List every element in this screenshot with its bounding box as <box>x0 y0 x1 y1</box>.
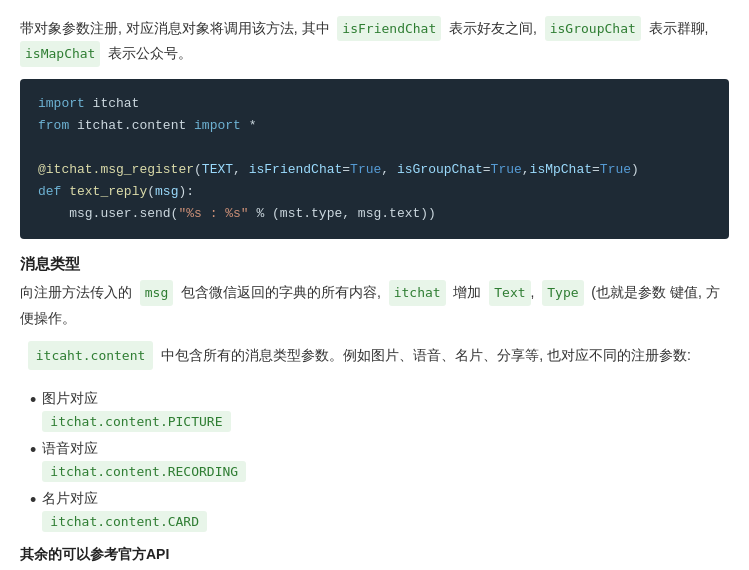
bullet-label-1: 图片对应 <box>42 390 230 408</box>
inline-code-isfriendchat: isFriendChat <box>337 16 441 41</box>
inline-code-ismapchat: isMapChat <box>20 41 100 66</box>
code-line-6: msg.user.send("%s : %s" % (mst.type, msg… <box>38 203 711 225</box>
bullet-dot-3: • <box>30 490 36 512</box>
content-block-code: itcaht.content <box>28 341 154 370</box>
section-desc3: 增加 <box>453 284 481 300</box>
bullet-dot-2: • <box>30 440 36 462</box>
inline-code-isgroupchat: isGroupChat <box>545 16 641 41</box>
list-item-card: • 名片对应 itchat.content.CARD <box>30 490 729 532</box>
intro-paragraph: 带对象参数注册, 对应消息对象将调用该方法, 其中 isFriendChat 表… <box>20 16 729 67</box>
bullet-content-2: 语音对应 itchat.content.RECORDING <box>42 440 246 482</box>
intro-text3: 表示群聊, <box>649 20 709 36</box>
section-desc: 向注册方法传入的 msg 包含微信返回的字典的所有内容, itchat 增加 T… <box>20 280 729 331</box>
section-desc1: 向注册方法传入的 <box>20 284 132 300</box>
bullet-label-3: 名片对应 <box>42 490 207 508</box>
intro-text4: 表示公众号。 <box>108 45 192 61</box>
code-line-5: def text_reply(msg): <box>38 181 711 203</box>
content-desc: itcaht.content 中包含所有的消息类型参数。例如图片、语音、名片、分… <box>20 341 729 380</box>
inline-code-itchat: itchat <box>389 280 446 305</box>
bullet-code-1: itchat.content.PICTURE <box>42 411 230 432</box>
bullet-dot-1: • <box>30 390 36 412</box>
footer-section: 其余的可以参考官方API https://pypi.org/project/it… <box>20 546 729 570</box>
code-line-1: import itchat <box>38 93 711 115</box>
code-block: import itchat from itchat.content import… <box>20 79 729 240</box>
code-line-4: @itchat.msg_register(TEXT, isFriendChat=… <box>38 159 711 181</box>
bullet-list: • 图片对应 itchat.content.PICTURE • 语音对应 itc… <box>30 390 729 532</box>
footer-title: 其余的可以参考官方API <box>20 546 729 564</box>
list-item-picture: • 图片对应 itchat.content.PICTURE <box>30 390 729 432</box>
inline-code-msg: msg <box>140 280 173 305</box>
intro-text1: 带对象参数注册, 对应消息对象将调用该方法, 其中 <box>20 20 330 36</box>
inline-code-text: Text <box>489 280 530 305</box>
bullet-label-2: 语音对应 <box>42 440 246 458</box>
section-desc2: 包含微信返回的字典的所有内容, <box>181 284 381 300</box>
inline-code-type: Type <box>542 280 583 305</box>
content-block-desc: 中包含所有的消息类型参数。例如图片、语音、名片、分享等, 也对应不同的注册参数: <box>161 347 691 363</box>
section-sep1: , <box>531 284 535 300</box>
bullet-code-2: itchat.content.RECORDING <box>42 461 246 482</box>
bullet-content-1: 图片对应 itchat.content.PICTURE <box>42 390 230 432</box>
list-item-recording: • 语音对应 itchat.content.RECORDING <box>30 440 729 482</box>
bullet-content-3: 名片对应 itchat.content.CARD <box>42 490 207 532</box>
section-title: 消息类型 <box>20 255 729 274</box>
code-line-2: from itchat.content import * <box>38 115 711 137</box>
intro-text2: 表示好友之间, <box>449 20 537 36</box>
bullet-code-3: itchat.content.CARD <box>42 511 207 532</box>
